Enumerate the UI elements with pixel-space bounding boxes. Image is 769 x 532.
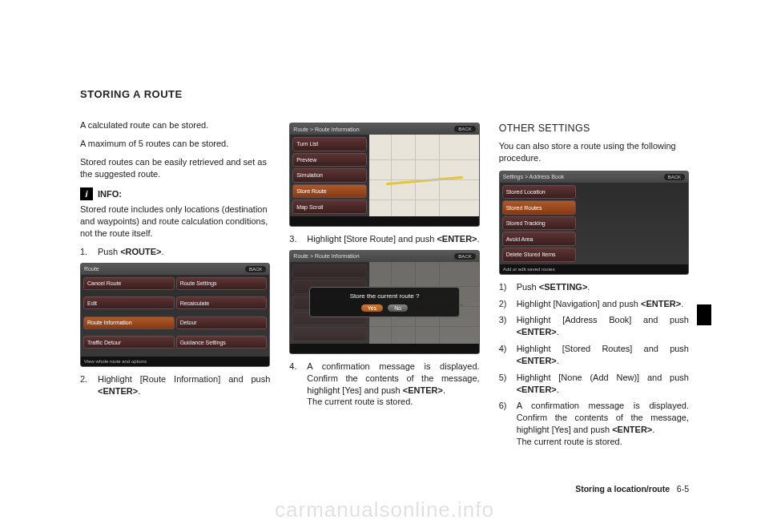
text: The current route is stored.: [517, 437, 622, 446]
menu-item: Simulation: [292, 168, 367, 183]
column-3: OTHER SETTINGS You can also store a rout…: [499, 119, 689, 453]
menu-item: Stored Location: [502, 185, 577, 200]
back-button: BACK: [454, 253, 475, 260]
title: Route > Route Information: [293, 253, 359, 259]
text: Highlight [Navigation] and push: [517, 299, 641, 308]
step-text: Highlight [None (Add New)] and push <ENT…: [517, 372, 689, 396]
step-text: Highlight [Route Information] and push <…: [98, 373, 270, 397]
menu-item: Guidance Settings: [176, 336, 268, 349]
menu-grid: Cancel Route Route Settings Edit Recalcu…: [81, 275, 269, 357]
text: The current route is stored.: [307, 397, 413, 406]
info-icon: i: [80, 187, 93, 200]
menu-item-selected: Stored Routes: [502, 200, 577, 215]
back-button: BACK: [245, 266, 266, 272]
watermark: carmanualsonline.info: [0, 498, 769, 522]
step-4p: 4) Highlight [Stored Routes] and push <E…: [499, 343, 689, 367]
text: Push: [98, 247, 120, 256]
info-label: INFO:: [98, 189, 122, 199]
intro-line-1: A calculated route can be stored.: [80, 119, 270, 131]
screenshot-address-book: Settings > Address Book BACK Stored Loca…: [499, 171, 689, 275]
no-button: No: [388, 304, 408, 312]
menu-item: Avoid Area: [502, 232, 577, 246]
page-footer: Storing a location/route 6-5: [575, 484, 689, 494]
button-ref: <ENTER>: [517, 356, 557, 365]
menu-list: Stored Location Stored Routes Stored Tra…: [500, 183, 579, 264]
menu-item: Turn List: [292, 137, 367, 151]
button-ref: <ENTER>: [403, 385, 443, 395]
map-preview: [369, 135, 479, 216]
screenshot-route-information: Route > Route Information BACK Turn List…: [289, 123, 479, 227]
text: Highlight [Stored Routes] and push: [517, 344, 689, 353]
back-button: BACK: [664, 174, 685, 180]
step-1p: 1) Push <SETTING>.: [499, 281, 689, 293]
menu-item: Preview: [292, 153, 367, 167]
menu-item: Cancel Route: [83, 277, 175, 290]
screenshot-route-menu: Route BACK Cancel Route Route Settings E…: [80, 263, 270, 367]
menu-item: Stored Tracking: [502, 216, 577, 231]
statusbar: View whole route and options: [81, 357, 269, 366]
button-ref: <ENTER>: [517, 327, 557, 337]
step-number: 4): [499, 343, 510, 367]
step-3: 3. Highlight [Store Route] and push <ENT…: [289, 233, 479, 245]
step-text: A confirmation message is displayed. Con…: [517, 400, 689, 447]
text: .: [138, 386, 140, 396]
statusbar: Add or edit saved routes: [500, 264, 688, 274]
text: .: [443, 385, 445, 395]
content-columns: A calculated route can be stored. A maxi…: [80, 119, 689, 453]
text: Push: [517, 282, 539, 292]
text: .: [477, 234, 480, 244]
info-text: Stored route includes only locations (de…: [80, 204, 270, 240]
menu-item-selected: Route Information: [83, 316, 175, 329]
button-ref: <ENTER>: [612, 425, 652, 434]
step-number: 3): [499, 314, 510, 338]
text: Highlight [Address Book] and push: [517, 315, 689, 324]
step-number: 4.: [289, 361, 300, 408]
button-ref: <ENTER>: [517, 385, 557, 394]
titlebar: Settings > Address Book BACK: [500, 171, 688, 183]
info-heading: i INFO:: [80, 187, 270, 200]
text: .: [557, 327, 559, 337]
step-number: 6): [499, 400, 510, 447]
text: Highlight [None (Add New)] and push: [517, 373, 689, 382]
step-text: A confirmation message is displayed. Con…: [307, 361, 479, 408]
titlebar: Route > Route Information BACK: [290, 123, 478, 135]
title: Route: [84, 266, 99, 272]
step-3p: 3) Highlight [Address Book] and push <EN…: [499, 314, 689, 338]
text: .: [652, 425, 654, 434]
step-text: Highlight [Store Route] and push <ENTER>…: [307, 233, 479, 245]
footer-section: Storing a location/route: [575, 484, 670, 494]
menu-item: Recalculate: [176, 296, 268, 309]
button-ref: <ENTER>: [437, 234, 477, 244]
step-2p: 2) Highlight [Navigation] and push <ENTE…: [499, 298, 689, 310]
step-number: 1.: [80, 246, 91, 258]
menu-item: Edit: [83, 296, 175, 309]
dialog-text: Store the current route ?: [315, 292, 454, 300]
button-ref: <SETTING>: [539, 282, 588, 292]
button-ref: <ROUTE>: [120, 247, 161, 256]
text: Highlight [Store Route] and push: [307, 234, 437, 244]
section-tab: [697, 304, 711, 325]
section-heading: OTHER SETTINGS: [499, 123, 689, 134]
menu-item-selected: Store Route: [292, 184, 367, 199]
text: .: [162, 247, 164, 256]
screenshot-store-confirm: Route > Route Information BACK Store the…: [289, 250, 479, 354]
step-text: Highlight [Address Book] and push <ENTER…: [517, 314, 689, 338]
intro-line-2: A maximum of 5 routes can be stored.: [80, 138, 270, 150]
step-6p: 6) A confirmation message is displayed. …: [499, 400, 689, 447]
step-1: 1. Push <ROUTE>.: [80, 246, 270, 258]
title: Settings > Address Book: [503, 174, 564, 179]
step-text: Highlight [Navigation] and push <ENTER>.: [517, 298, 689, 310]
menu-item: Delete Stored Items: [502, 248, 577, 262]
menu-item: Traffic Detour: [83, 336, 175, 349]
step-4: 4. A confirmation message is displayed. …: [289, 361, 479, 408]
page-title: STORING A ROUTE: [80, 88, 689, 100]
step-number: 3.: [289, 233, 300, 245]
text: A confirmation message is displayed. Con…: [307, 361, 479, 395]
step-number: 2.: [80, 373, 91, 397]
menu-item: [292, 327, 367, 341]
step-number: 2): [499, 298, 510, 310]
back-button: BACK: [454, 126, 475, 132]
text: .: [557, 356, 559, 365]
title: Route > Route Information: [293, 127, 359, 132]
step-text: Push <ROUTE>.: [98, 246, 270, 258]
